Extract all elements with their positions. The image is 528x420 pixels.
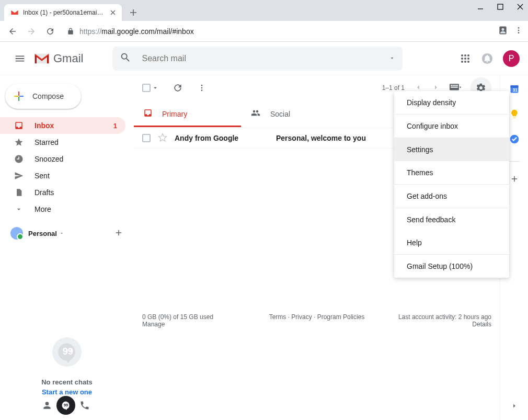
- svg-point-8: [467, 54, 469, 56]
- tab-label: Primary: [162, 110, 187, 118]
- keep-addon-icon[interactable]: [509, 109, 520, 121]
- start-new-chat-link[interactable]: Start a new one: [42, 388, 92, 396]
- sidebar-label: Sent: [35, 172, 50, 180]
- svg-point-12: [461, 61, 463, 63]
- mail-subject: Personal, welcome to you: [276, 134, 366, 142]
- svg-point-20: [201, 89, 203, 91]
- pagination-range: 1–1 of 1: [382, 84, 405, 92]
- svg-point-7: [464, 54, 466, 56]
- sidebar-item-more[interactable]: More: [0, 201, 125, 218]
- window-controls: [477, 3, 524, 13]
- compose-button[interactable]: Compose: [5, 84, 81, 109]
- svg-rect-25: [456, 85, 457, 86]
- svg-rect-24: [454, 85, 456, 86]
- tab-label: Social: [270, 110, 290, 118]
- sidebar-item-inbox[interactable]: Inbox 1: [0, 117, 125, 134]
- svg-text:99: 99: [63, 346, 73, 357]
- browser-menu-icon[interactable]: [514, 26, 523, 37]
- details-link[interactable]: Details: [375, 321, 491, 328]
- sidebar-item-snoozed[interactable]: Snoozed: [0, 151, 125, 167]
- terms-link[interactable]: Terms: [269, 313, 286, 321]
- lock-icon: [67, 28, 74, 35]
- url-text: https://mail.google.com/mail/#inbox: [79, 27, 194, 36]
- compose-plus-icon: [13, 90, 25, 103]
- browser-address-bar: https://mail.google.com/mail/#inbox: [0, 21, 528, 42]
- svg-rect-0: [498, 4, 503, 9]
- search-icon: [120, 52, 131, 65]
- policies-link[interactable]: Program Policies: [317, 313, 365, 321]
- window-maximize-icon[interactable]: [497, 3, 504, 13]
- rail-divider: [509, 161, 520, 162]
- rail-collapse-icon[interactable]: [511, 402, 518, 412]
- hangouts-calls-tab[interactable]: [75, 396, 94, 415]
- search-options-icon[interactable]: [389, 54, 395, 63]
- menu-item-get-addons[interactable]: Get add-ons: [394, 185, 509, 208]
- svg-point-10: [464, 58, 466, 60]
- tab-social[interactable]: Social: [241, 100, 348, 128]
- settings-menu: Display density Configure inbox Settings…: [394, 91, 509, 278]
- window-close-icon[interactable]: [516, 3, 524, 13]
- url-field[interactable]: https://mail.google.com/mail/#inbox: [62, 27, 493, 36]
- gmail-logo-icon: [33, 52, 50, 65]
- tasks-addon-icon[interactable]: [509, 134, 520, 146]
- star-toggle-icon[interactable]: [158, 133, 167, 144]
- mail-checkbox[interactable]: [142, 134, 151, 142]
- menu-item-gmail-setup[interactable]: Gmail Setup (100%): [394, 255, 509, 278]
- nav-back-button[interactable]: [5, 24, 20, 39]
- window-minimize-icon[interactable]: [477, 3, 484, 13]
- inbox-icon: [14, 121, 24, 130]
- more-actions-button[interactable]: [197, 84, 207, 92]
- gmail-logo[interactable]: Gmail: [33, 52, 83, 65]
- menu-item-send-feedback[interactable]: Send feedback: [394, 208, 509, 231]
- search-box[interactable]: [112, 47, 403, 71]
- hangouts-chat-icon: 99: [52, 337, 82, 367]
- search-input[interactable]: [141, 53, 389, 64]
- sidebar-item-drafts[interactable]: Drafts: [0, 184, 125, 201]
- storage-text: 0 GB (0%) of 15 GB used: [142, 313, 259, 321]
- svg-text:31: 31: [512, 87, 518, 93]
- new-tab-button[interactable]: [126, 5, 141, 20]
- sidebar-item-sent[interactable]: Sent: [0, 167, 125, 184]
- sidebar-label: Starred: [35, 138, 59, 146]
- menu-item-themes[interactable]: Themes: [394, 161, 509, 184]
- svg-point-2: [502, 28, 504, 30]
- refresh-button[interactable]: [173, 83, 183, 93]
- menu-item-configure-inbox[interactable]: Configure inbox: [394, 115, 509, 138]
- chevron-down-icon[interactable]: [152, 84, 159, 92]
- svg-point-13: [464, 61, 466, 63]
- tab-primary[interactable]: Primary: [134, 100, 241, 128]
- clock-icon: [14, 154, 24, 164]
- notifications-icon[interactable]: [481, 52, 493, 65]
- sidebar: Compose Inbox 1 Starred Snoozed Sent Dra…: [0, 75, 134, 420]
- tab-close-icon[interactable]: [110, 8, 116, 17]
- browser-tab[interactable]: Inbox (1) - per50ona1emai1@gm: [4, 4, 122, 21]
- svg-point-9: [461, 58, 463, 60]
- main-menu-button[interactable]: [8, 53, 31, 64]
- svg-point-11: [467, 58, 469, 60]
- hangouts-chats-tab[interactable]: 99: [56, 396, 75, 415]
- manage-storage-link[interactable]: Manage: [142, 321, 259, 328]
- hangouts-contacts-tab[interactable]: [38, 396, 56, 415]
- select-all-checkbox[interactable]: [142, 84, 159, 92]
- privacy-link[interactable]: Privacy: [291, 313, 312, 321]
- hangouts-account-row[interactable]: Personal: [0, 227, 134, 240]
- compose-label: Compose: [32, 92, 64, 100]
- account-chip-icon[interactable]: [498, 25, 508, 38]
- menu-item-help[interactable]: Help: [394, 231, 509, 254]
- calendar-addon-icon[interactable]: 31: [509, 84, 520, 96]
- get-addons-icon[interactable]: [510, 174, 519, 186]
- gmail-logo-text: Gmail: [53, 52, 83, 65]
- sidebar-item-starred[interactable]: Starred: [0, 134, 125, 151]
- sidebar-label: Snoozed: [35, 155, 63, 163]
- menu-item-settings[interactable]: Settings: [394, 138, 509, 161]
- drafts-icon: [14, 188, 24, 197]
- menu-item-display-density[interactable]: Display density: [394, 91, 509, 114]
- svg-rect-26: [451, 86, 458, 87]
- svg-point-4: [518, 29, 520, 31]
- people-icon: [250, 108, 261, 119]
- new-hangout-icon[interactable]: [114, 228, 123, 239]
- account-avatar[interactable]: P: [503, 50, 520, 67]
- nav-forward-button: [24, 24, 39, 39]
- google-apps-icon[interactable]: [459, 52, 472, 65]
- nav-reload-button[interactable]: [43, 24, 58, 39]
